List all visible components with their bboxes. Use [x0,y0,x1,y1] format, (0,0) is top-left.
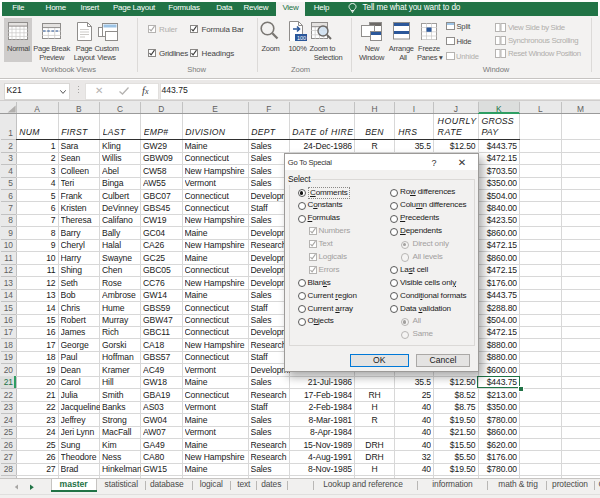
svg-text:100: 100 [297,35,306,41]
